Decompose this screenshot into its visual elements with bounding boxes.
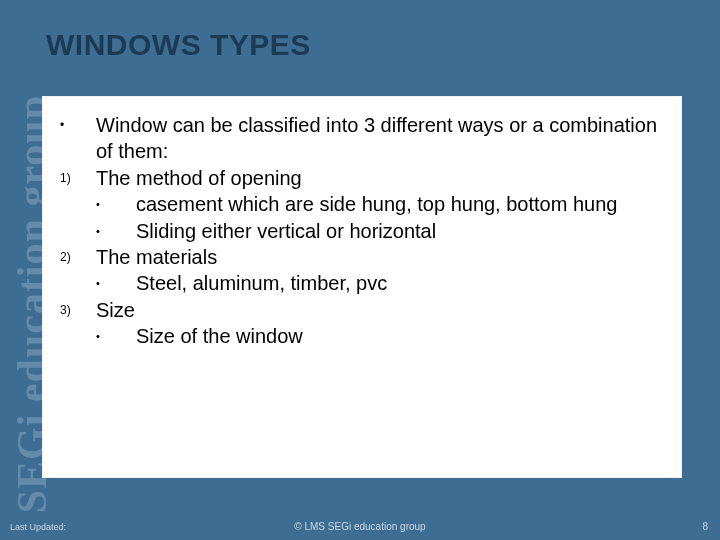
content-panel: • Window can be classified into 3 differ… bbox=[42, 96, 682, 478]
sub3a-text: Size of the window bbox=[136, 323, 668, 349]
sub2a-text: Steel, aluminum, timber, pvc bbox=[136, 270, 668, 296]
item1-text: The method of opening bbox=[96, 165, 668, 191]
item2-row: 2) The materials bbox=[60, 244, 668, 270]
bullet-icon: • bbox=[96, 191, 136, 212]
content-body: • Window can be classified into 3 differ… bbox=[60, 112, 668, 350]
marker-2: 2) bbox=[60, 244, 96, 266]
bullet-icon: • bbox=[96, 323, 136, 344]
sub2a-row: • Steel, aluminum, timber, pvc bbox=[60, 270, 668, 296]
footer-copyright: © LMS SEGi education group bbox=[0, 521, 720, 532]
item2-text: The materials bbox=[96, 244, 668, 270]
sub3a-row: • Size of the window bbox=[60, 323, 668, 349]
bullet-icon: • bbox=[96, 218, 136, 239]
intro-text: Window can be classified into 3 differen… bbox=[96, 112, 668, 165]
footer-page-number: 8 bbox=[702, 521, 708, 532]
marker-3: 3) bbox=[60, 297, 96, 319]
item1-row: 1) The method of opening bbox=[60, 165, 668, 191]
marker-1: 1) bbox=[60, 165, 96, 187]
bullet-icon: • bbox=[96, 270, 136, 291]
bullet-icon: • bbox=[60, 112, 96, 134]
sub1a-text: casement which are side hung, top hung, … bbox=[136, 191, 668, 217]
sub1b-row: • Sliding either vertical or horizontal bbox=[60, 218, 668, 244]
sub1a-row: • casement which are side hung, top hung… bbox=[60, 191, 668, 217]
sub1b-text: Sliding either vertical or horizontal bbox=[136, 218, 668, 244]
item3-row: 3) Size bbox=[60, 297, 668, 323]
intro-row: • Window can be classified into 3 differ… bbox=[60, 112, 668, 165]
slide-title: WINDOWS TYPES bbox=[46, 28, 311, 62]
item3-text: Size bbox=[96, 297, 668, 323]
